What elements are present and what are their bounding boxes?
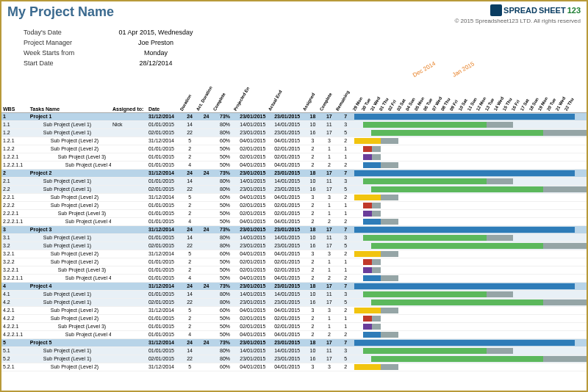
cell: 80% bbox=[215, 298, 236, 306]
cell: 50% bbox=[215, 330, 236, 338]
cell: 31/12/2014 bbox=[147, 193, 182, 201]
cell: 04/01/2015 bbox=[270, 363, 304, 371]
table-row: 2.2.2.1.1Sub Project (Level 4)01/01/2015… bbox=[1, 217, 587, 225]
table-row: 3.2.2Sub Project (Level 2)01/01/2015250%… bbox=[1, 258, 587, 266]
gantt-bar bbox=[354, 283, 575, 289]
cell: 24 bbox=[182, 112, 198, 120]
cell: 01/01/2015 bbox=[147, 290, 182, 298]
cell: 04/01/2015 bbox=[270, 161, 304, 169]
cell: 60% bbox=[215, 137, 236, 145]
cell bbox=[198, 242, 214, 250]
cell bbox=[198, 355, 214, 363]
date-header: 11 Sun bbox=[466, 101, 474, 111]
cell: 2 bbox=[337, 217, 354, 225]
cell: 1 bbox=[337, 258, 354, 266]
cell: 3 bbox=[321, 306, 337, 314]
project-title: My Project Name bbox=[7, 4, 114, 20]
cell: 3 bbox=[321, 137, 337, 145]
cell: 50% bbox=[215, 209, 236, 217]
cell bbox=[198, 250, 214, 258]
column-header: Date bbox=[147, 83, 182, 112]
cell: 60% bbox=[215, 306, 236, 314]
gantt-bar bbox=[363, 324, 372, 330]
date-header: 12 Mon bbox=[475, 101, 483, 111]
cell: 23/01/2015 bbox=[235, 185, 270, 193]
cell bbox=[111, 193, 147, 201]
cell: 50% bbox=[215, 258, 236, 266]
cell: 02/01/2015 bbox=[270, 322, 304, 330]
gantt-bar bbox=[372, 324, 381, 330]
cell: 5 bbox=[182, 306, 198, 314]
gantt-cell bbox=[354, 233, 587, 242]
cell: 11 bbox=[321, 233, 337, 242]
cell: Project 3 bbox=[29, 225, 111, 233]
gantt-bar bbox=[372, 267, 381, 273]
cell: 2 bbox=[337, 193, 354, 201]
cell: 4.2.2 bbox=[1, 314, 29, 322]
cell: 02/01/2015 bbox=[270, 258, 304, 266]
gantt-bar bbox=[363, 211, 372, 217]
cell: 2 bbox=[337, 274, 354, 282]
cell: 4.2.2.1 bbox=[1, 322, 29, 330]
cell: Sub Project (Level 2) bbox=[29, 363, 111, 371]
cell: Sub Project (Level 4) bbox=[29, 217, 111, 225]
cell bbox=[198, 258, 214, 266]
table-row: 3.1Sub Project (Level 1)01/01/20151480%1… bbox=[1, 233, 587, 242]
cell: 17 bbox=[321, 338, 337, 346]
cell: 23/01/2015 bbox=[235, 355, 270, 363]
cell: Sub Project (Level 1) bbox=[29, 242, 111, 250]
cell: 1 bbox=[337, 201, 354, 209]
cell bbox=[111, 258, 147, 266]
table-row: 2.2.2Sub Project (Level 2)01/01/2015250%… bbox=[1, 201, 587, 209]
gantt-bar bbox=[363, 291, 487, 297]
cell: 16 bbox=[304, 185, 320, 193]
cell: 14 bbox=[182, 346, 198, 355]
gantt-cell bbox=[354, 338, 587, 346]
gantt-cell bbox=[354, 120, 587, 128]
cell: 80% bbox=[215, 185, 236, 193]
cell: 5.1 bbox=[1, 346, 29, 355]
cell: 23/01/2015 bbox=[235, 169, 270, 177]
cell bbox=[111, 169, 147, 177]
gantt-bar bbox=[543, 356, 587, 362]
cell: 2 bbox=[304, 258, 320, 266]
gantt-cell bbox=[354, 363, 587, 371]
cell: 3 bbox=[321, 193, 337, 201]
cell: 23/01/2015 bbox=[270, 128, 304, 137]
cell: 2 bbox=[182, 258, 198, 266]
cell: 24 bbox=[182, 338, 198, 346]
info-row: Today's Date01 Apr 2015, Wednesday bbox=[1, 27, 587, 37]
cell: 04/01/2015 bbox=[270, 306, 304, 314]
cell: 2 bbox=[321, 330, 337, 338]
cell: 2 bbox=[337, 330, 354, 338]
cell: 2 bbox=[182, 201, 198, 209]
gantt-bar bbox=[363, 332, 381, 338]
cell: 31/12/2014 bbox=[147, 338, 182, 346]
table-row: 4.2.2Sub Project (Level 2)01/01/2015250%… bbox=[1, 314, 587, 322]
table-row: 4.2.2.1Sub Project (Level 3)01/01/201525… bbox=[1, 322, 587, 330]
cell bbox=[111, 274, 147, 282]
cell: 02/01/2015 bbox=[147, 242, 182, 250]
cell bbox=[198, 306, 214, 314]
gantt-bar bbox=[381, 275, 398, 281]
cell: Sub Project (Level 2) bbox=[29, 137, 111, 145]
cell bbox=[198, 193, 214, 201]
cell: 2 bbox=[182, 153, 198, 161]
gantt-bar bbox=[363, 316, 372, 322]
cell: 14/01/2015 bbox=[235, 290, 270, 298]
cell: 01/01/2015 bbox=[147, 346, 182, 355]
cell bbox=[198, 145, 214, 153]
cell: 02/01/2015 bbox=[235, 314, 270, 322]
cell: 01/01/2015 bbox=[147, 120, 182, 128]
cell: 01/01/2015 bbox=[147, 258, 182, 266]
cell: 3 bbox=[1, 225, 29, 233]
cell: 80% bbox=[215, 242, 236, 250]
table-row: 4.2.2.1.1Sub Project (Level 4)01/01/2015… bbox=[1, 330, 587, 338]
cell bbox=[198, 314, 214, 322]
cell: 60% bbox=[215, 363, 236, 371]
gantt-cell bbox=[354, 169, 587, 177]
cell: 3 bbox=[337, 120, 354, 128]
cell: 3 bbox=[304, 363, 320, 371]
column-header: Assigned bbox=[304, 83, 320, 112]
gantt-cell bbox=[354, 250, 587, 258]
